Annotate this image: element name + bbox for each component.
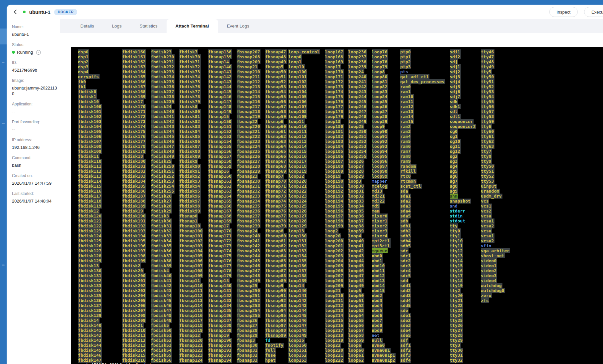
terminal-entry: snd — [450, 204, 457, 209]
nav-rail-active-item[interactable] — [0, 29, 7, 44]
terminal-entry: fbsnap98 — [265, 328, 287, 333]
terminal-entry: fbsnap120 — [179, 338, 203, 343]
window-top-bar — [0, 0, 603, 5]
terminal-entry: tty16 — [450, 268, 463, 273]
terminal-entry: fbdisk0 — [78, 89, 97, 94]
terminal-entry: fbsnap221 — [237, 129, 261, 134]
terminal-entry: sg7 — [450, 179, 458, 184]
terminal-entry: tty25 — [450, 318, 463, 323]
terminal-entry: fbsnap15 — [208, 114, 230, 119]
terminal-entry: video1 — [481, 263, 497, 268]
terminal-entry: sdf2 — [400, 348, 411, 353]
tab-attach-terminal[interactable]: Attach Terminal — [167, 19, 218, 33]
terminal-entry: fbsnap1 — [179, 218, 198, 223]
terminal-entry: sdf4 — [400, 358, 411, 363]
terminal-entry: loop28 — [348, 169, 364, 174]
tab-event-logs[interactable]: Event Logs — [218, 19, 259, 33]
terminal-entry: fbdisk240 — [151, 109, 175, 114]
terminal-entry: loop29 — [348, 174, 364, 179]
terminal-entry: fbsnap177 — [208, 263, 232, 268]
terminal-entry: tty22 — [450, 303, 463, 308]
terminal-entry: fbsnap24 — [237, 228, 258, 233]
field-label: Port forwarding: — [12, 120, 57, 124]
terminal-entry: ttyS3 — [481, 179, 494, 184]
tab-logs[interactable]: Logs — [103, 19, 130, 33]
terminal-entry: fbdisk55 — [151, 353, 172, 358]
sidebar-field: Command:bash — [12, 155, 57, 168]
terminal-entry: fbsnap155 — [208, 144, 232, 149]
terminal-column: dsp0dsp1dsp2dsp3dsp4ecryptfsfb0fb1fbdisk… — [78, 49, 102, 362]
terminal-entry: loop173 — [325, 84, 344, 89]
inspect-button[interactable]: Inspect — [549, 7, 578, 17]
terminal[interactable]: root@45217fe699b0:/dev# cd / dsp0dsp1dsp… — [71, 47, 603, 364]
tab-statistics[interactable]: Statistics — [131, 19, 167, 33]
terminal-entry: fbdisk91 — [179, 169, 201, 174]
terminal-entry: loop80 — [372, 74, 388, 79]
terminal-entry: tty27 — [450, 328, 463, 333]
terminal-entry: fbsnap251 — [237, 293, 261, 298]
terminal-entry: sdc2 — [400, 258, 411, 263]
terminal-entry: fbsnap9 — [265, 283, 284, 288]
terminal-entry: ptp2 — [400, 59, 411, 64]
terminal-entry: tty23 — [450, 308, 463, 313]
terminal-entry: fbdisk198 — [122, 253, 146, 258]
terminal-entry: tty57 — [481, 109, 494, 114]
terminal-entry: fbdisk196 — [122, 243, 146, 248]
terminal-entry: fbsnap249 — [237, 278, 261, 283]
terminal-entry: fbsnap3 — [237, 338, 256, 343]
terminal-entry: fbsnap59 — [265, 114, 287, 119]
terminal-entry: loop120 — [288, 179, 307, 184]
terminal-entry: fbsnap28 — [237, 328, 258, 333]
terminal-entry: mpt2ctl — [372, 238, 391, 243]
terminal-entry: loop22 — [325, 343, 341, 348]
terminal-entry: fbsnap237 — [237, 213, 261, 218]
terminal-entry: sdk — [450, 99, 458, 104]
terminal-entry: vcsu — [481, 228, 492, 233]
terminal-entry: stdin — [450, 213, 463, 218]
terminal-entry: fbsnap67 — [265, 159, 287, 164]
terminal-entry: loop213 — [325, 308, 344, 313]
terminal-entry: fbsnap216 — [237, 99, 261, 104]
terminal-entry: ram12 — [400, 104, 414, 109]
terminal-entry: sdb3 — [400, 233, 411, 238]
terminal-entry: loop47 — [348, 273, 364, 278]
terminal-entry: fbsnap228 — [237, 164, 261, 169]
terminal-entry: loop76 — [372, 49, 388, 54]
terminal-entry: fbsnap27 — [237, 323, 258, 328]
terminal-entry: loop77 — [372, 54, 388, 59]
terminal-entry: loop250 — [348, 129, 367, 134]
terminal-entry: random — [400, 164, 416, 169]
info-icon[interactable]: i — [36, 50, 41, 55]
terminal-entry: nbd5 — [372, 308, 383, 313]
terminal-entry: fbdisk82 — [179, 119, 201, 124]
terminal-entry: loop104 — [288, 89, 307, 94]
terminal-entry: fbsnap213 — [237, 84, 261, 89]
terminal-entry: fbsnap95 — [265, 313, 287, 318]
terminal-entry: rtcmon — [400, 179, 416, 184]
terminal-entry: fbdisk174 — [122, 124, 146, 129]
terminal-entry: fbsnap157 — [208, 154, 232, 159]
terminal-entry: fbsnap222 — [237, 134, 261, 139]
execute-button[interactable]: Execute — [584, 7, 603, 17]
terminal-entry: fbsnap17 — [208, 223, 230, 228]
terminal-entry: fbsnap178 — [208, 268, 232, 273]
terminal-entry: loop52 — [348, 303, 364, 308]
terminal-entry: fbdisk70 — [179, 54, 201, 59]
terminal-entry: fbsnap92 — [265, 298, 287, 303]
terminal-entry: fbsnap50 — [265, 69, 287, 74]
terminal-entry: fbsnap234 — [237, 199, 261, 204]
terminal-entry: fbdisk81 — [179, 114, 201, 119]
terminal-entry: fbsnap147 — [208, 99, 232, 104]
field-label: Last started: — [12, 191, 57, 196]
terminal-entry: fbdisk144 — [78, 343, 102, 348]
terminal-entry: loop197 — [325, 213, 344, 218]
back-button[interactable] — [12, 8, 19, 16]
terminal-entry: fbdisk135 — [78, 293, 102, 298]
terminal-entry: fbdisk113 — [78, 174, 102, 179]
terminal-entry: fbdisk243 — [151, 124, 175, 129]
terminal-entry: sequencer2 — [450, 124, 476, 129]
terminal-entry: fbdisk215 — [122, 353, 146, 358]
container-info-sidebar: Name:ubuntu-1Status:RunningiID:45217fe69… — [7, 19, 60, 364]
tab-details[interactable]: Details — [71, 19, 103, 33]
terminal-entry: fbdisk211 — [122, 333, 146, 338]
